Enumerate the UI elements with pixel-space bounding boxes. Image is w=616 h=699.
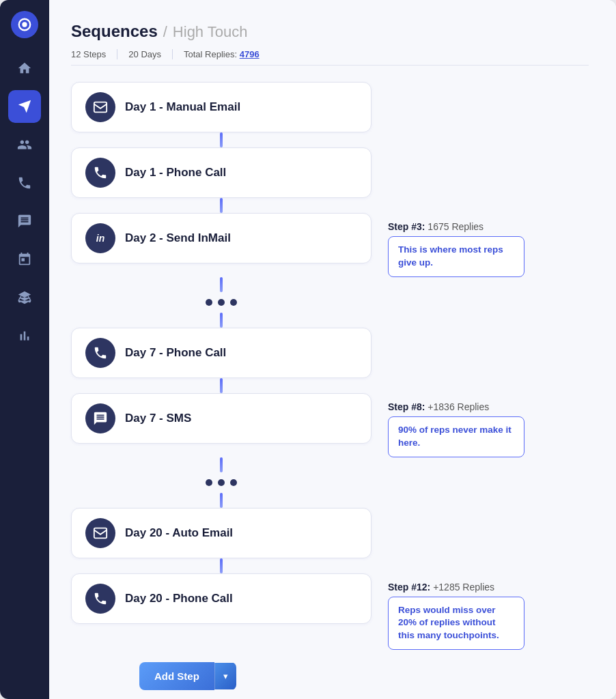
svg-rect-4	[94, 102, 107, 113]
page-subtitle: High Touch	[173, 23, 248, 41]
phone-icon-2	[85, 158, 115, 188]
app-logo[interactable]	[11, 11, 38, 38]
connector-dots1-bottom	[220, 313, 223, 328]
callout-step8-box: 90% of reps never make it here.	[388, 416, 524, 457]
replies-value: 4796	[240, 49, 260, 59]
connector-1	[220, 132, 223, 147]
step-label-6: Day 20 - Auto Email	[125, 526, 233, 540]
callout-step12-text: Reps would miss over 20% of replies with…	[398, 605, 499, 641]
step-row-2: Day 1 - Phone Call	[71, 147, 589, 213]
linkedin-icon-3: in	[85, 223, 115, 253]
sidebar-item-contacts[interactable]	[8, 128, 41, 161]
step-label-1: Day 1 - Manual Email	[125, 100, 240, 114]
days-count: 20 Days	[128, 49, 173, 59]
connector-dots2-top	[220, 457, 223, 472]
step-card-1[interactable]: Day 1 - Manual Email	[71, 82, 372, 132]
dot-4	[206, 479, 212, 486]
sidebar-item-calendar[interactable]	[8, 243, 41, 276]
connector-dots1-top	[220, 277, 223, 292]
sms-icon-5	[85, 403, 115, 433]
callout-step3-box: This is where most reps give up.	[388, 236, 524, 277]
callout-step8-text: 90% of reps never make it here.	[398, 425, 512, 448]
dot-6	[230, 479, 237, 486]
step-card-6[interactable]: Day 20 - Auto Email	[71, 508, 372, 558]
dot-3	[230, 299, 237, 306]
sidebar-item-sequences[interactable]	[8, 90, 41, 123]
sequence-flow: Day 1 - Manual Email Day 1 - Phone Call	[71, 82, 589, 690]
callout-step3: Step #3: 1675 Replies This is where most…	[388, 221, 524, 277]
svg-rect-5	[94, 528, 107, 538]
connector-2	[220, 198, 223, 213]
sidebar-item-calls[interactable]	[8, 167, 41, 199]
svg-point-1	[22, 22, 27, 27]
step-row-4: Day 7 - Phone Call	[71, 328, 589, 393]
add-step-main-button[interactable]: Add Step	[139, 662, 214, 690]
replies-label: Total Replies:	[184, 49, 237, 59]
email-icon-6	[85, 518, 115, 548]
callout-step12-box: Reps would miss over 20% of replies with…	[388, 597, 524, 651]
callout-step3-text: This is where most reps give up.	[398, 244, 503, 268]
dot-1	[206, 299, 212, 306]
dots-row-1	[71, 277, 589, 328]
dot-2	[218, 299, 225, 306]
sidebar-item-messages[interactable]	[8, 205, 41, 238]
phone-icon-4	[85, 338, 115, 368]
step-card-2[interactable]: Day 1 - Phone Call	[71, 147, 372, 198]
step-label-4: Day 7 - Phone Call	[125, 346, 226, 360]
step-card-5[interactable]: Day 7 - SMS	[71, 393, 372, 444]
callout-step8-title: Step #8: +1836 Replies	[388, 401, 524, 412]
callout-step12-title: Step #12: +1285 Replies	[388, 582, 524, 593]
dots-row-2	[71, 457, 589, 508]
svg-point-2	[18, 300, 21, 303]
sidebar-item-tools[interactable]	[8, 281, 41, 314]
step-card-3[interactable]: in Day 2 - Send InMail	[71, 213, 372, 263]
page-header: Sequences / High Touch	[71, 22, 589, 41]
total-replies: Total Replies: 4796	[184, 49, 270, 59]
connector-6	[220, 558, 223, 573]
step-row-7: Day 20 - Phone Call Step #12: +1285 Repl…	[71, 573, 589, 651]
step-row-6: Day 20 - Auto Email	[71, 508, 589, 573]
step-label-3: Day 2 - Send InMail	[125, 231, 231, 245]
sidebar	[0, 0, 49, 699]
steps-count: 12 Steps	[71, 49, 117, 59]
dots-1	[71, 292, 372, 313]
step-label-5: Day 7 - SMS	[125, 412, 191, 425]
callout-step3-title: Step #3: 1675 Replies	[388, 221, 524, 232]
step-row-1: Day 1 - Manual Email	[71, 82, 589, 147]
step-card-7[interactable]: Day 20 - Phone Call	[71, 573, 372, 624]
connector-dots2-bottom	[220, 493, 223, 508]
main-content: Sequences / High Touch 12 Steps 20 Days …	[49, 0, 616, 699]
phone-icon-7	[85, 584, 115, 614]
svg-point-3	[29, 300, 31, 303]
email-icon-1	[85, 92, 115, 122]
step-row-5: Day 7 - SMS Step #8: +1836 Replies 90% o…	[71, 393, 589, 457]
connector-4	[220, 378, 223, 393]
add-step-button[interactable]: Add Step ▾	[139, 662, 236, 690]
page-title: Sequences	[71, 22, 158, 41]
sidebar-item-home[interactable]	[8, 52, 41, 85]
meta-bar: 12 Steps 20 Days Total Replies: 4796	[71, 49, 589, 66]
dot-5	[218, 479, 225, 486]
step-row-3: in Day 2 - Send InMail Step #3: 1675 Rep…	[71, 213, 589, 277]
callout-step8: Step #8: +1836 Replies 90% of reps never…	[388, 401, 524, 457]
step-label-2: Day 1 - Phone Call	[125, 166, 226, 180]
callout-step12: Step #12: +1285 Replies Reps would miss …	[388, 582, 524, 651]
step-label-7: Day 20 - Phone Call	[125, 592, 233, 605]
title-separator: /	[163, 23, 167, 41]
sidebar-item-analytics[interactable]	[8, 319, 41, 352]
step-card-4[interactable]: Day 7 - Phone Call	[71, 328, 372, 378]
add-step-dropdown-button[interactable]: ▾	[214, 663, 236, 689]
dots-2	[71, 472, 372, 493]
